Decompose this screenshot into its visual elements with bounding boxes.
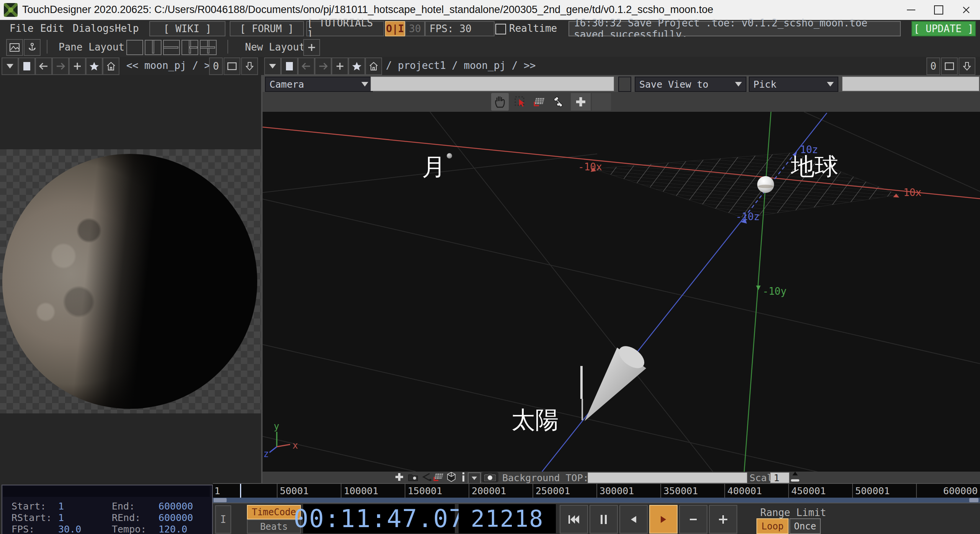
tick-separator <box>341 484 341 498</box>
select-link-button[interactable] <box>420 471 433 483</box>
cube-button[interactable] <box>445 471 458 483</box>
palette-button[interactable] <box>24 39 41 56</box>
update-button[interactable]: [ UPDATE ] <box>911 21 976 36</box>
right-pane-forward-button[interactable] <box>315 57 332 75</box>
tempo-value[interactable]: 120.0 <box>158 524 187 534</box>
once-button[interactable]: Once <box>789 518 821 534</box>
wiki-button[interactable]: [ WIKI ] <box>149 21 225 36</box>
fps-field[interactable]: FPS: 30 <box>425 21 495 36</box>
right-pane-bookmark-button[interactable] <box>348 57 365 75</box>
background-top-label: Background TOP: <box>502 472 589 483</box>
menu-bar: File Edit Dialogs Help [ WIKI ] [ FORUM … <box>0 20 980 38</box>
folder-button[interactable] <box>407 471 420 483</box>
start-value[interactable]: 1 <box>58 501 64 512</box>
menu-help[interactable]: Help <box>115 20 139 37</box>
left-pane-dock-button[interactable] <box>241 57 258 75</box>
beats-mode-button[interactable]: Beats <box>247 519 301 534</box>
close-button[interactable] <box>952 0 980 20</box>
rstart-value[interactable]: 1 <box>58 512 64 523</box>
left-pane-stop-button[interactable] <box>18 57 35 75</box>
timeline-ruler[interactable]: 1 50001 100001 150001 200001 250001 3000… <box>213 483 980 498</box>
menu-file[interactable]: File <box>10 20 34 37</box>
select-tool-button[interactable] <box>511 93 529 111</box>
add-operator-button[interactable] <box>393 471 406 483</box>
menu-dialogs[interactable]: Dialogs <box>73 20 115 37</box>
background-top-field[interactable] <box>588 472 747 483</box>
left-pane-window-button[interactable] <box>224 57 240 75</box>
info-icon <box>462 472 465 482</box>
tutorials-button[interactable]: [ TUTORIALS ] <box>306 21 384 36</box>
bone-tool-button[interactable] <box>550 93 567 111</box>
right-pane-stop-button[interactable] <box>281 57 298 75</box>
display-options-dropdown[interactable] <box>468 472 481 484</box>
camera-path-field[interactable] <box>371 77 614 91</box>
playhead[interactable] <box>240 484 241 498</box>
play-backward-button[interactable] <box>619 505 648 534</box>
left-pane-add-button[interactable] <box>69 57 86 75</box>
image-viewer-button[interactable] <box>6 39 23 56</box>
info-button[interactable] <box>458 471 469 483</box>
left-pane-home-button[interactable] <box>103 57 119 75</box>
cursor-mode-button[interactable]: I <box>215 505 231 534</box>
right-pane-add-button[interactable] <box>332 57 348 75</box>
step-back-frame-button[interactable] <box>679 505 707 534</box>
camera-plane-button[interactable] <box>531 93 548 111</box>
snapshot-button[interactable] <box>482 472 498 482</box>
right-pane-back-button[interactable] <box>298 57 315 75</box>
camera-grid-button[interactable] <box>432 471 446 483</box>
pick-field[interactable] <box>842 77 979 91</box>
right-pane-window-button[interactable] <box>941 57 958 75</box>
right-pane-dock-button[interactable] <box>959 57 975 75</box>
left-pane-back-button[interactable] <box>35 57 52 75</box>
layout-single-button[interactable] <box>126 40 143 55</box>
scale-value-field[interactable]: 1 <box>770 472 789 483</box>
pick-dropdown[interactable]: Pick <box>749 77 838 92</box>
left-pane-path[interactable]: << moon_pj / > <box>126 60 210 71</box>
arrow-right-icon <box>56 62 65 70</box>
viewport-3d[interactable]: -10x 10x -10y 10z -10z <box>263 112 980 472</box>
left-pane-menu-button[interactable] <box>2 57 18 75</box>
right-pane-count-box: 0 <box>926 57 940 75</box>
minimize-button[interactable] <box>897 0 925 20</box>
timeline-scrollbar[interactable] <box>213 498 980 503</box>
rend-value[interactable]: 600000 <box>158 512 193 523</box>
add-viewport-button[interactable] <box>571 93 591 111</box>
menu-edit[interactable]: Edit <box>40 20 64 37</box>
layout-two-rows-button[interactable] <box>163 40 180 55</box>
tick-label: 150001 <box>408 485 442 496</box>
pan-tool-button[interactable] <box>491 93 509 111</box>
right-pane-menu-button[interactable] <box>264 57 281 75</box>
scrollbar-right-grip[interactable] <box>969 498 978 502</box>
end-value[interactable]: 600000 <box>158 501 193 512</box>
scrollbar-left-grip[interactable] <box>214 498 227 502</box>
left-pane-forward-button[interactable] <box>52 57 69 75</box>
image-icon <box>10 43 20 52</box>
play-button[interactable] <box>649 505 678 534</box>
timecode-mode-button[interactable]: TimeCode <box>247 505 301 519</box>
home-icon <box>106 62 116 71</box>
camera-dropdown[interactable]: Camera <box>265 77 373 92</box>
layout-left-split-button[interactable] <box>181 40 198 55</box>
step-forward-frame-button[interactable] <box>709 505 737 534</box>
oi-toggle-button[interactable]: O|I <box>385 21 405 36</box>
arrow-down-icon <box>246 62 253 71</box>
pause-icon <box>601 515 607 524</box>
fps-value[interactable]: 30.0 <box>58 524 81 534</box>
select-cursor-icon <box>514 96 526 108</box>
right-pane-home-button[interactable] <box>365 57 382 75</box>
right-pane-path[interactable]: / project1 / moon_pj / >> <box>386 60 536 71</box>
save-view-dropdown[interactable]: Save View to <box>635 77 746 92</box>
maximize-button[interactable] <box>925 0 952 20</box>
new-layout-add-button[interactable] <box>303 39 320 56</box>
minimize-icon <box>907 10 915 10</box>
realtime-checkbox[interactable] <box>495 24 506 34</box>
layout-two-columns-button[interactable] <box>145 40 162 55</box>
layout-grid-button[interactable] <box>200 40 217 55</box>
jump-to-start-button[interactable] <box>560 505 588 534</box>
moon-viewer-pane[interactable] <box>0 75 261 483</box>
loop-button[interactable]: Loop <box>756 518 789 534</box>
forum-button[interactable]: [ FORUM ] <box>230 21 304 36</box>
left-pane-bookmark-button[interactable] <box>86 57 103 75</box>
pause-button[interactable] <box>590 505 618 534</box>
window-title: TouchDesigner 2020.20625: C:/Users/R0046… <box>22 4 713 16</box>
